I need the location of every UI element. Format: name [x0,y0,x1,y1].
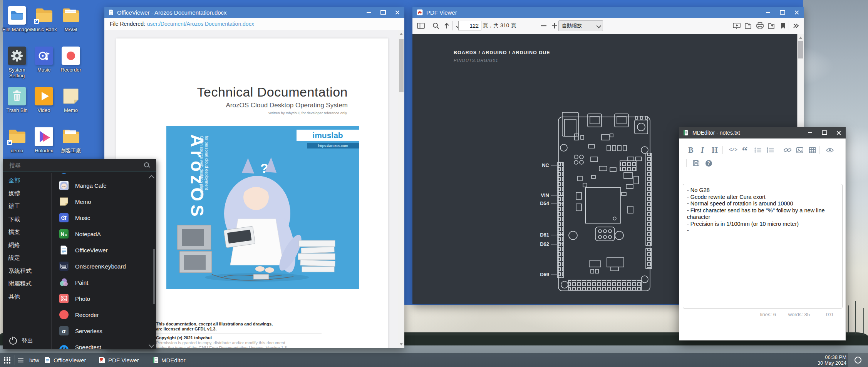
mdeditor-close-button[interactable] [831,127,846,138]
previous-page-icon[interactable] [442,18,452,34]
page-number-input[interactable] [458,21,481,30]
task-list-button[interactable] [18,353,23,367]
desktop-icon-trash-bin[interactable]: Trash Bin [2,87,32,113]
toolbar-divider [789,21,789,30]
desktop-icon-recorder[interactable]: Recorder [56,47,85,73]
app-item-officeviewer[interactable]: OfficeViewer [52,242,156,258]
numbered-list-icon[interactable] [766,145,775,155]
cover-tagline-2: for personal cloud deployment [204,136,209,190]
category-all[interactable]: 全部 [3,174,51,187]
app-item-notepada[interactable]: N A NotepadA [52,226,156,242]
desktop-icon-video[interactable]: Video [29,87,59,113]
heading-button[interactable]: H [710,145,719,155]
app-item-photo[interactable]: Photo [52,290,156,307]
zoom-select[interactable]: 自動縮放 [558,20,603,31]
scroll-down-icon[interactable] [400,343,403,345]
category-system-tools[interactable]: 系統程式 [3,265,51,278]
pdf-viewer-titlebar[interactable]: PDF Viewer [412,7,804,18]
desktop-icon-system-setting[interactable]: System Setting [2,47,32,78]
blockquote-button[interactable]: “ [740,146,749,155]
scrollbar-thumb[interactable] [399,39,404,92]
help-icon[interactable]: ? [704,158,713,168]
file-manager-icon [8,6,26,25]
taskbar-item-pdf-viewer[interactable]: PDF Viewer [99,353,139,367]
table-icon[interactable] [807,145,817,155]
category-settings[interactable]: 設定 [3,252,51,265]
category-files[interactable]: 檔案 [3,226,51,239]
office-scrollbar[interactable] [398,30,404,348]
office-close-button[interactable] [390,7,404,18]
app-item-partial[interactable] [52,173,156,177]
scrollbar-thumb[interactable] [153,249,155,304]
app-label: Music [75,215,90,221]
scroll-up-icon[interactable] [799,37,802,39]
pdf-maximize-button[interactable] [775,7,789,18]
search-input[interactable] [3,162,144,168]
more-tools-icon[interactable] [790,18,802,34]
download-icon[interactable] [766,18,777,34]
mdeditor-minimize-button[interactable] [803,127,817,138]
pdf-minimize-button[interactable] [761,7,775,18]
taskbar-item-mdeditor[interactable]: MDEditor [152,353,186,367]
cursor-position: 0:0 [826,312,833,317]
category-media[interactable]: 媒體 [3,187,51,200]
category-network[interactable]: 網絡 [3,239,51,252]
sidebar-toggle-icon[interactable] [415,18,427,34]
desktop-icon-music-bank[interactable]: Music Bank [29,6,59,32]
mdeditor-titlebar[interactable]: MDEditor - notes.txt [679,127,846,138]
save-icon[interactable] [692,158,701,168]
search-icon[interactable] [144,162,151,169]
desktop-icon-magi[interactable]: MAGI [56,6,85,32]
bullet-list-icon[interactable] [753,145,762,155]
desktop-icon-holodex[interactable]: Holodex [29,127,59,153]
desktop-icon-demo[interactable]: demo [2,127,32,153]
app-item-manga-cafe[interactable]: Manga Cafe [52,177,156,194]
start-menu-button[interactable] [4,353,10,367]
memo-note-icon [59,197,69,206]
toolbar-divider [550,21,550,30]
desktop-icon-memo[interactable]: Memo [56,87,85,113]
bookmark-icon[interactable] [778,18,788,34]
app-item-paint[interactable]: Paint [52,274,156,290]
logout-button[interactable]: 登出 [9,337,33,345]
image-icon[interactable] [795,145,805,155]
office-minimize-button[interactable] [362,7,376,18]
pdf-close-button[interactable] [789,7,804,18]
presentation-mode-icon[interactable] [731,18,742,34]
zoom-out-icon[interactable] [539,18,549,34]
scroll-up-icon[interactable] [400,33,403,35]
preview-eye-icon[interactable] [825,145,835,155]
search-icon[interactable] [431,18,441,34]
app-item-speedtest[interactable]: Speedtest [52,339,156,349]
desktop-icon-music[interactable]: Music [29,47,59,73]
app-item-memo[interactable]: Memo [52,194,156,210]
app-item-serverless[interactable]: σ Serverless [52,323,156,339]
recorder-icon [62,47,80,65]
italic-button[interactable]: I [698,145,707,155]
open-file-icon[interactable] [743,18,754,34]
office-viewer-titlebar[interactable]: OfficeViewer - Arozos Documentation.docx [104,7,404,18]
taskbar-clock[interactable]: 06:38 PM 30 May 2024 [818,353,846,367]
bold-button[interactable]: B [686,145,695,155]
desktop-icon-maker-workshop[interactable]: 創客工廠 [56,127,85,153]
mdeditor-maximize-button[interactable] [817,127,831,138]
taskbar-item-officeviewer[interactable]: OfficeViewer [45,353,86,367]
link-icon[interactable] [783,145,793,155]
status-widget-button[interactable] [848,353,868,367]
scrollbar-thumb[interactable] [798,41,803,58]
category-accessories[interactable]: 附屬程式 [3,277,51,290]
app-item-recorder[interactable]: Recorder [52,307,156,323]
markdown-editor-textarea[interactable]: - No G28 - Gcode rewrite after Cura exor… [683,184,843,309]
category-office[interactable]: 辦工 [3,200,51,213]
app-item-onscreenkeyboard[interactable]: OnScreenKeyboard [52,258,156,274]
app-item-music[interactable]: Music [52,210,156,226]
file-path-link[interactable]: user:/Document/Arozos Documentation.docx [147,21,254,27]
category-others[interactable]: 其他 [3,290,51,304]
imuslab-brand: imuslab [312,131,343,140]
print-icon[interactable] [754,18,765,34]
desktop-icon-file-manager[interactable]: File Manager [2,6,32,32]
office-maximize-button[interactable] [376,7,390,18]
code-button[interactable]: </> [728,145,739,155]
category-download[interactable]: 下載 [3,213,51,226]
zoom-in-icon[interactable] [551,18,558,34]
